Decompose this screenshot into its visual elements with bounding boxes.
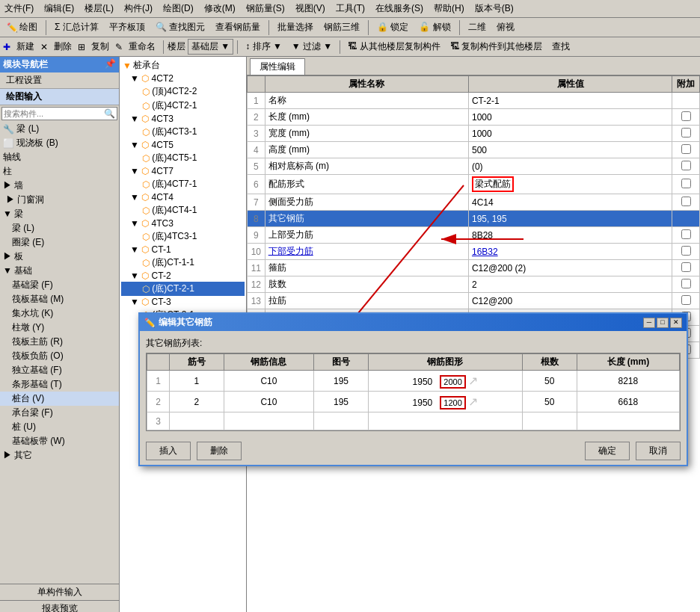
prop-row-10[interactable]: 10下部受力筋16B32 [248,244,700,260]
dialog-row-1[interactable]: 1 1 C10 195 1950 2000 ↗ 50 8218 [147,371,680,392]
menu-online[interactable]: 在线服务(S) [374,1,425,16]
prop-row-attach[interactable] [672,211,700,227]
dialog-maximize-button[interactable]: □ [657,318,669,328]
rebar-3d-button[interactable]: 钢筋三维 [320,19,363,35]
search-input[interactable] [4,109,104,118]
nav-sub-pile[interactable]: 桩 (U) [0,420,119,434]
prop-row-value[interactable]: 2 [468,276,672,293]
tree-4ct7[interactable]: ▼ ⬡ 4CT7 [121,165,245,177]
nav-sub-isolated[interactable]: 独立基础 (F) [0,363,119,377]
new-button[interactable]: 新建 [13,39,38,55]
prop-row-value[interactable]: 16B32 [468,244,672,260]
nav-sub-found-band[interactable]: 基础板带 (W) [0,434,119,448]
nav-sub-pile-cap[interactable]: 桩台 (V) [0,392,119,406]
dialog-row1-count[interactable]: 50 [522,371,577,392]
prop-row-value[interactable]: CT-2-1 [468,93,672,109]
tree-4ct3[interactable]: ▼ ⬡ 4CT3 [121,113,245,125]
find-button[interactable]: 查找 [548,39,574,55]
menu-edit[interactable]: 编辑(E) [43,1,76,16]
prop-row-8[interactable]: 8其它钢筋195, 195 [248,211,700,227]
dialog-row3-length[interactable] [577,412,679,430]
menu-tools[interactable]: 工具(T) [334,1,366,16]
prop-row-attach[interactable] [672,276,700,293]
prop-row-12[interactable]: 12肢数2 [248,276,700,293]
nav-sub-raft-neg[interactable]: 筏板负筋 (O) [0,349,119,363]
dialog-row-2[interactable]: 2 2 C10 195 1950 1200 ↗ 50 6618 [147,392,680,412]
cancel-button[interactable]: 取消 [636,442,681,460]
tree-4ct5[interactable]: ▼ ⬡ 4CT5 [121,139,245,151]
view-rebar-button[interactable]: 查看钢筋量 [212,19,264,35]
nav-sub-cap-beam[interactable]: 承台梁 (F) [0,406,119,420]
delete-button-tb[interactable]: 删除 [50,39,76,55]
engineering-settings[interactable]: 工程设置 [0,72,119,89]
dialog-row1-jinhao[interactable]: 1 [170,371,224,392]
prop-row-3[interactable]: 3宽度 (mm)1000 [248,126,700,142]
dialog-row3-tuhao[interactable] [314,412,369,430]
dialog-row2-length[interactable]: 6618 [577,392,679,412]
dialog-minimize-button[interactable]: ─ [643,318,655,328]
lock-button[interactable]: 🔒 锁定 [373,19,412,35]
tree-ct3[interactable]: ▼ ⬡ CT-3 [121,296,245,308]
copy-button[interactable]: 复制 [88,39,113,55]
prop-row-attach[interactable] [672,244,700,260]
tree-ct1[interactable]: ▼ ⬡ CT-1 [121,244,245,256]
menu-draw[interactable]: 绘图(D) [162,1,195,16]
prop-row-attach[interactable] [672,93,700,109]
insert-button[interactable]: 插入 [146,442,191,460]
find-element-button[interactable]: 🔍 查找图元 [152,19,209,35]
nav-sub-found-beam[interactable]: 基础梁 (F) [0,278,119,292]
prop-row-value[interactable]: 梁式配筋 [468,175,672,194]
prop-row-attach[interactable] [672,142,700,158]
nav-sub-pit[interactable]: 集水坑 (K) [0,306,119,321]
menu-version[interactable]: 版本号(B) [473,1,515,16]
nav-sub-raft-main[interactable]: 筏板主筋 (R) [0,335,119,349]
prop-row-2[interactable]: 2长度 (mm)1000 [248,109,700,126]
copy-to-floor-button[interactable]: 🏗 复制构件到其他楼层 [446,39,546,55]
unlock-button[interactable]: 🔓 解锁 [415,19,454,35]
nav-item-wall[interactable]: ▶ 墙 [0,179,119,193]
prop-row-6[interactable]: 6配筋形式梁式配筋 [248,175,700,194]
nav-item-beam2[interactable]: ▼ 梁 [0,207,119,221]
menu-help[interactable]: 帮助(H) [432,1,466,16]
tree-4ct2-top[interactable]: ⬡ (顶)4CT2-2 [121,84,245,99]
tree-4ct2[interactable]: ▼ ⬡ 4CT2 [121,72,245,84]
nav-sub-raft[interactable]: 筏板基础 (M) [0,292,119,306]
tree-4tc3[interactable]: ▼ ⬡ 4TC3 [121,217,245,229]
prop-row-value[interactable]: 195, 195 [468,211,672,227]
prop-row-value[interactable]: C12@200 [468,293,672,309]
tree-4ct7-bot[interactable]: ⬡ (底)4CT7-1 [121,177,245,191]
dialog-row1-length[interactable]: 8218 [577,371,679,392]
prop-row-value[interactable]: 1000 [468,126,672,142]
dialog-row3-shape[interactable] [368,412,522,430]
dialog-row3-info[interactable] [224,412,313,430]
dialog-delete-button[interactable]: 删除 [197,442,242,460]
tree-4ct4[interactable]: ▼ ⬡ 4CT4 [121,191,245,203]
single-input-btn[interactable]: 单构件输入 [0,584,119,600]
menu-rebar[interactable]: 钢筋量(S) [245,1,286,16]
prop-row-value[interactable]: 4C14 [468,194,672,211]
calc-button[interactable]: Σ 汇总计算 [51,19,102,35]
dialog-row1-shape[interactable]: 1950 2000 ↗ [368,371,522,392]
nav-item-axis[interactable]: 轴线 [0,150,119,164]
drawing-input[interactable]: 绘图输入 [0,89,119,105]
prop-row-4[interactable]: 4高度 (mm)500 [248,142,700,158]
menu-component[interactable]: 构件(J) [123,1,154,16]
prop-row-attach[interactable] [672,126,700,142]
tree-ct2-bot[interactable]: ⬡ (底)CT-2-1 [121,282,245,296]
tree-root[interactable]: ▼ 桩承台 [121,58,245,72]
topview-button[interactable]: 俯视 [493,19,518,35]
dialog-row2-jinhao[interactable]: 2 [170,392,224,412]
nav-sub-ring-beam[interactable]: 圈梁 (E) [0,235,119,250]
tree-4ct5-bot[interactable]: ⬡ (底)4CT5-1 [121,151,245,165]
menu-file[interactable]: 文件(F) [3,1,35,16]
nav-item-column[interactable]: 柱 [0,164,119,179]
prop-row-value[interactable]: 8B28 [468,227,672,244]
prop-row-attach[interactable] [672,260,700,276]
flatten-button[interactable]: 平齐板顶 [105,19,149,35]
nav-item-plate[interactable]: ▶ 板 [0,250,119,264]
sort-button[interactable]: ↕ 排序 ▼ [242,39,286,55]
dialog-close-button[interactable]: ✕ [670,318,682,328]
tree-ct2[interactable]: ▼ ⬡ CT-2 [121,270,245,282]
menu-view[interactable]: 视图(V) [294,1,327,16]
dialog-row1-tuhao[interactable]: 195 [314,371,369,392]
